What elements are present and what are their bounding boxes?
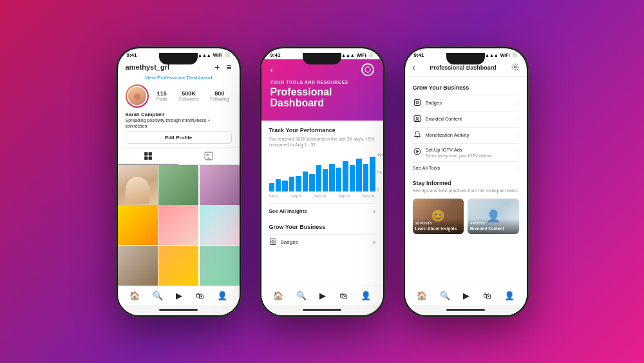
wifi-icon-2: WiFi	[357, 53, 366, 57]
label-sep1: Sep 1	[269, 194, 279, 198]
profile-tabs	[118, 148, 240, 165]
grid-item-6[interactable]	[200, 205, 240, 245]
tagged-tab[interactable]	[178, 148, 240, 164]
search-nav-icon-3[interactable]: 🔍	[440, 291, 450, 300]
see-all-tools-link[interactable]: See All Tools ›	[413, 161, 519, 175]
grid-item-8[interactable]	[158, 246, 198, 285]
profile-nav-icon[interactable]: 👤	[217, 291, 227, 300]
time-3: 9:41	[414, 52, 424, 58]
chart-bar-1	[269, 183, 274, 191]
svg-point-6	[365, 66, 370, 72]
home-line-3	[446, 309, 485, 311]
reels-nav-icon[interactable]: ▶	[176, 291, 182, 300]
see-all-chevron: ›	[373, 208, 375, 215]
view-dashboard-link[interactable]: View Professional Dashboard	[118, 75, 240, 84]
posts-count: 115	[156, 90, 167, 97]
profile-nav-icon-2[interactable]: 👤	[361, 291, 371, 300]
dashboard-content: ‹ Your Tools and Resources Professional …	[261, 59, 383, 286]
svg-rect-7	[270, 239, 276, 244]
chart-bar-12	[343, 161, 348, 191]
shop-nav-icon-3[interactable]: 🛍	[483, 291, 491, 300]
shop-nav-icon-2[interactable]: 🛍	[339, 291, 348, 300]
back-button-2[interactable]: ‹	[270, 64, 274, 75]
svg-rect-1	[148, 152, 151, 155]
avatar-ring	[126, 84, 149, 108]
igtv-ads-sub: Earn money from your IGTV videos	[426, 153, 491, 158]
svg-rect-10	[414, 99, 420, 105]
battery-icon: ⬜	[225, 52, 231, 57]
profile-nav-icon-3[interactable]: 👤	[504, 291, 515, 300]
badges-menu-text: Badges	[426, 100, 442, 106]
battery-icon-2: ⬜	[368, 52, 374, 57]
grid-item-5[interactable]	[158, 205, 198, 245]
dashboard-list-body: Grow Your Business Badges ›	[405, 77, 527, 286]
grow-business-heading: Grow Your Business	[413, 84, 519, 91]
time-2: 9:41	[270, 52, 281, 58]
grid-item-4[interactable]	[118, 205, 158, 245]
svg-point-9	[514, 66, 516, 68]
svg-rect-4	[205, 152, 213, 160]
photo-grid	[118, 165, 240, 286]
chart-bar-8	[316, 165, 321, 191]
igtv-ads-text-wrap: Set Up IGTV Ads Earn money from your IGT…	[426, 147, 491, 158]
svg-point-5	[207, 154, 208, 155]
home-nav-icon-3[interactable]: 🏠	[417, 291, 427, 300]
monetization-menu-left: Monetization Activity	[413, 131, 469, 140]
display-name: Sarah Campbell	[126, 112, 232, 117]
grid-item-2[interactable]	[158, 165, 198, 205]
branded-content-icon	[413, 115, 422, 124]
branded-content-card[interactable]: 👤 4 Posts Branded Content	[468, 199, 519, 234]
home-indicator-3	[405, 305, 527, 315]
badges-chevron: ›	[373, 239, 375, 246]
add-post-icon[interactable]: +	[214, 62, 220, 72]
dashboard-list-title: Professional Dashboard	[430, 64, 497, 71]
followers-stat: 500K Followers	[179, 90, 198, 101]
monetization-menu-item[interactable]: Monetization Activity ›	[413, 127, 519, 143]
branded-content-chevron: ›	[517, 116, 519, 123]
stay-informed-desc: See tips and best practices from the Ins…	[413, 188, 519, 193]
badges-menu-item[interactable]: Badges ›	[413, 95, 519, 111]
grid-tab[interactable]	[118, 148, 179, 164]
badges-item[interactable]: Badges ›	[269, 234, 375, 250]
grid-item-7[interactable]	[118, 246, 158, 285]
header-icons: + ≡	[214, 62, 231, 72]
chart-bar-13	[350, 165, 355, 191]
igtv-ads-text: Set Up IGTV Ads	[426, 147, 491, 153]
home-nav-icon[interactable]: 🏠	[129, 291, 140, 300]
home-nav-icon-2[interactable]: 🏠	[273, 291, 283, 300]
chart-bar-2	[276, 179, 281, 191]
badges-menu-left: Badges	[413, 99, 442, 108]
learn-insights-badge: 10 Posts	[415, 221, 462, 225]
dashboard-body: Track Your Performance You reached 201K …	[261, 121, 383, 286]
grid-item-3[interactable]	[200, 165, 240, 205]
learn-insights-card[interactable]: 😊 10 Posts Learn About Insights	[413, 199, 464, 234]
search-nav-icon[interactable]: 🔍	[153, 291, 163, 300]
chart-bar-7	[309, 174, 314, 191]
grid-item-9[interactable]	[200, 246, 240, 285]
settings-circle-icon[interactable]	[361, 63, 374, 76]
svg-point-11	[416, 101, 419, 104]
track-performance-desc: You reached 201K accounts in the last 30…	[269, 136, 375, 148]
branded-content-menu-item[interactable]: Branded Content ›	[413, 111, 519, 127]
see-all-insights-link[interactable]: See All Insights ›	[269, 203, 375, 219]
edit-profile-button[interactable]: Edit Profile	[126, 132, 232, 144]
menu-icon[interactable]: ≡	[226, 62, 231, 72]
search-nav-icon-2[interactable]: 🔍	[296, 291, 307, 300]
reels-nav-icon-3[interactable]: ▶	[463, 291, 469, 300]
track-performance-title: Track Your Performance	[269, 127, 375, 133]
y-axis-top: 10K	[377, 153, 383, 157]
status-icons-3: ▲▲▲ WiFi ⬜	[485, 52, 518, 57]
monetization-text-wrap: Monetization Activity	[426, 132, 469, 138]
branded-content-menu-left: Branded Content	[413, 115, 462, 124]
profile-content: amethyst_grl + ≡ View Professional Dashb…	[118, 59, 240, 286]
igtv-ads-menu-item[interactable]: Set Up IGTV Ads Earn money from your IGT…	[413, 143, 519, 161]
grid-item-1[interactable]	[118, 165, 158, 205]
chart-bar-9	[323, 169, 328, 191]
back-button-3[interactable]: ‹	[413, 63, 415, 72]
reels-nav-icon-2[interactable]: ▶	[319, 291, 326, 300]
notch-2	[303, 53, 341, 64]
status-icons-2: ▲▲▲ WiFi ⬜	[341, 52, 374, 57]
settings-icon-3[interactable]	[511, 63, 519, 72]
badges-label: Badges	[281, 239, 298, 245]
shop-nav-icon[interactable]: 🛍	[196, 291, 204, 300]
